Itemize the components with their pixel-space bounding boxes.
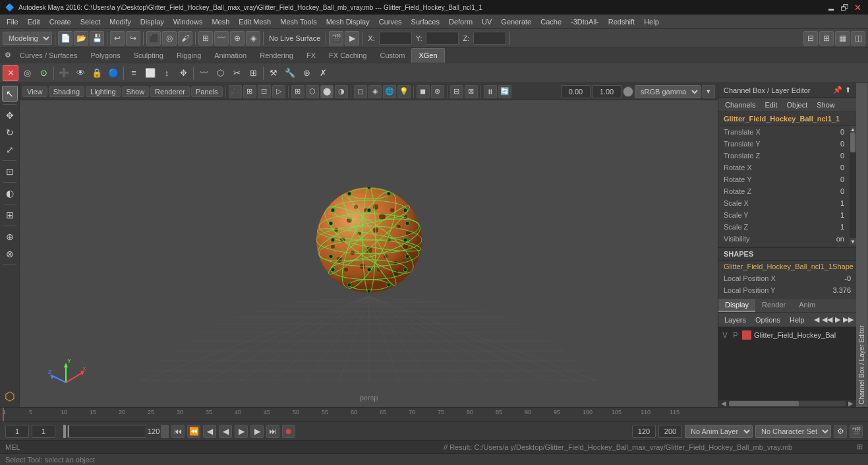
channel-local-pos-x[interactable]: Local Position X -0 — [718, 272, 856, 284]
menu-mesh-display[interactable]: Mesh Display — [322, 16, 374, 27]
tb2-stack-icon[interactable]: ≡ — [126, 65, 142, 81]
x-input[interactable] — [379, 32, 412, 45]
cb-menu-channels[interactable]: Channels — [721, 100, 759, 110]
menu-edit-mesh[interactable]: Edit Mesh — [235, 16, 275, 27]
ac-step-fwd-btn[interactable]: ▶ — [235, 425, 248, 438]
cb-menu-show[interactable]: Show — [813, 100, 839, 110]
lt-scale-icon[interactable]: ⤢ — [2, 142, 18, 158]
tab-fx[interactable]: FX — [300, 48, 322, 63]
viewport[interactable]: Y X Z persp — [20, 100, 718, 407]
lt-rotate-icon[interactable]: ↻ — [2, 125, 18, 140]
ac-skip-start-btn[interactable]: ⏮ — [171, 425, 185, 438]
vt-shading-btn[interactable]: Shading — [49, 86, 84, 97]
tab-xgen[interactable]: XGen — [411, 48, 444, 63]
menu-deform[interactable]: Deform — [445, 16, 477, 27]
status-icon[interactable]: ⊞ — [857, 443, 863, 451]
lt-snap-icon[interactable]: ⊕ — [2, 229, 18, 245]
menu-edit[interactable]: Edit — [24, 16, 44, 27]
char-set-dropdown[interactable]: No Character Set — [755, 425, 831, 438]
vt-shade2-icon[interactable]: ◑ — [335, 85, 348, 98]
ac-play-back-btn[interactable]: ◀ — [203, 425, 216, 438]
frame-slider-btn[interactable] — [161, 425, 169, 438]
lt-magnet-icon[interactable]: ⊗ — [2, 246, 18, 262]
frame-range-end-input[interactable] — [658, 425, 682, 438]
tb2-scissors-icon[interactable]: ✂ — [229, 65, 245, 81]
lt-xgen-icon[interactable]: ⬡ — [2, 388, 18, 404]
snap-grid-btn[interactable]: ⊞ — [198, 31, 213, 46]
ac-settings-btn[interactable]: ⚙ — [834, 425, 847, 438]
tab-settings-gear[interactable]: ⚙ — [3, 50, 13, 61]
tb2-tool3-icon[interactable]: ⊛ — [299, 65, 314, 81]
frame-slider-handle[interactable] — [63, 425, 66, 438]
menu-windows[interactable]: Windows — [169, 16, 207, 27]
menu-help[interactable]: Help — [640, 16, 663, 27]
channel-rotate-x[interactable]: Rotate X 0 — [718, 162, 850, 173]
vt-xray-icon[interactable]: ◈ — [368, 85, 382, 98]
snap-point-btn[interactable]: ⊕ — [230, 31, 245, 46]
tb2-wave-icon[interactable]: 〰 — [196, 65, 212, 81]
save-btn[interactable]: 💾 — [90, 31, 104, 46]
ac-play-fwd-btn[interactable]: ▶ — [250, 425, 264, 438]
frame-start-input[interactable] — [5, 425, 29, 438]
vt-env-icon[interactable]: 🌐 — [383, 85, 396, 98]
open-file-btn[interactable]: 📂 — [74, 31, 88, 46]
frame-current-input[interactable] — [32, 425, 55, 438]
redo-btn[interactable]: ↪ — [126, 31, 140, 46]
channel-local-pos-y[interactable]: Local Position Y 3.376 — [718, 284, 856, 296]
ac-step-back-btn[interactable]: ⏪ — [187, 425, 200, 438]
vt-iso-icon[interactable]: ◻ — [354, 85, 367, 98]
vt-panels-btn[interactable]: Panels — [191, 86, 223, 97]
menu-display[interactable]: Display — [136, 16, 168, 27]
menu-mesh-tools[interactable]: Mesh Tools — [276, 16, 320, 27]
sphere-object[interactable] — [303, 173, 435, 307]
cb-pin-btn[interactable]: 📌 — [833, 86, 842, 94]
layout-btn4[interactable]: ◫ — [851, 31, 865, 46]
cb-scroll-down[interactable]: ▼ — [850, 238, 856, 245]
tb2-box-icon[interactable]: ⬜ — [142, 65, 158, 81]
vt-renderer-btn[interactable]: Renderer — [150, 86, 190, 97]
ac-step-back2-btn[interactable]: ◀ — [219, 425, 232, 438]
menu-redshift[interactable]: Redshift — [604, 16, 639, 27]
vt-gamma-icon[interactable] — [623, 86, 633, 97]
cb-scroll-up[interactable]: ▲ — [850, 126, 856, 133]
minimize-button[interactable]: 🗕 — [826, 2, 836, 13]
tab-animation[interactable]: Animation — [208, 48, 253, 63]
menu-mesh[interactable]: Mesh — [208, 16, 233, 27]
layout-btn3[interactable]: ▦ — [835, 31, 850, 46]
vt-sync-icon[interactable]: 🔄 — [498, 85, 511, 98]
channel-scale-y[interactable]: Scale Y 1 — [718, 209, 850, 221]
layout-btn2[interactable]: ⊞ — [819, 31, 834, 46]
cb-menu-edit[interactable]: Edit — [761, 100, 781, 110]
maximize-button[interactable]: 🗗 — [839, 2, 850, 13]
dtab-display[interactable]: Display — [718, 299, 755, 312]
vt-cam1-icon[interactable]: 🎥 — [229, 85, 242, 98]
layer-item[interactable]: V P Glitter_Field_Hockey_Bal — [718, 328, 856, 342]
menu-uv[interactable]: UV — [478, 16, 496, 27]
tb2-tool1-icon[interactable]: ⚒ — [266, 65, 281, 81]
lasso-btn[interactable]: ◎ — [162, 31, 177, 46]
z-input[interactable] — [473, 32, 506, 45]
lt-move-icon[interactable]: ✥ — [2, 108, 18, 123]
vt-show-btn[interactable]: Show — [122, 86, 150, 97]
menu-file[interactable]: File — [3, 16, 22, 27]
vt-cam3-icon[interactable]: ⊡ — [258, 85, 271, 98]
vt-smooth-icon[interactable]: ⬤ — [320, 85, 333, 98]
vt-hud-icon[interactable]: ⊟ — [450, 85, 463, 98]
layers-help-btn[interactable]: Help — [786, 315, 808, 325]
tb2-move-icon[interactable]: ✥ — [175, 65, 191, 81]
cb-expand-btn[interactable]: ⬆ — [845, 86, 851, 94]
tab-custom[interactable]: Custom — [374, 48, 412, 63]
timeline[interactable]: 1 5 10 15 20 25 30 35 40 45 50 55 60 65 … — [0, 407, 868, 421]
rscroll-right-btn[interactable]: ▶ — [847, 400, 855, 407]
vt-cam4-icon[interactable]: ▷ — [272, 85, 285, 98]
vt-shadow-icon[interactable]: ◼ — [417, 85, 430, 98]
channel-translate-y[interactable]: Translate Y 0 — [718, 138, 850, 150]
tb2-select-icon[interactable]: ✕ — [3, 65, 18, 81]
tb2-plus-icon[interactable]: ➕ — [56, 65, 72, 81]
lt-last-tool-icon[interactable]: ⊡ — [2, 164, 18, 179]
vt-light-icon[interactable]: 💡 — [397, 85, 411, 98]
frame-slider-track[interactable] — [67, 425, 146, 438]
vt-val1-input[interactable] — [561, 85, 591, 98]
tab-sculpting[interactable]: Sculpting — [127, 48, 170, 63]
vt-gate-icon[interactable]: ⊠ — [465, 85, 478, 98]
